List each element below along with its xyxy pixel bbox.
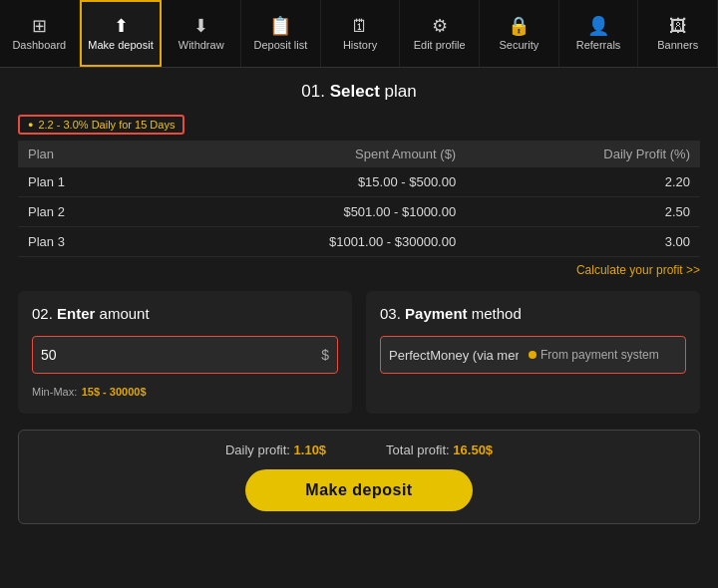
plan-badge-text: 2.2 - 3.0% Daily for 15 Days xyxy=(38,119,175,131)
plan-profit: 2.20 xyxy=(466,167,700,197)
profit-row: Daily profit: 1.10$ Total profit: 16.50$ xyxy=(225,442,493,457)
currency-sign: $ xyxy=(321,347,329,363)
make-deposit-button[interactable]: Make deposit xyxy=(245,469,472,511)
nav-label-security: Security xyxy=(499,39,538,51)
min-max-value: 15$ - 30000$ xyxy=(82,386,147,398)
col-plan: Plan xyxy=(18,141,143,167)
plans-table: Plan Spent Amount ($) Daily Profit (%) P… xyxy=(18,141,700,257)
table-row[interactable]: Plan 3 $1001.00 - $30000.00 3.00 xyxy=(18,227,700,257)
payment-word: Payment xyxy=(405,305,468,322)
daily-profit-value: 1.10$ xyxy=(294,442,327,457)
navigation: ⊞ Dashboard ⬆ Make deposit ⬇ Withdraw 📋 … xyxy=(0,0,718,68)
plan-amount: $501.00 - $1000.00 xyxy=(143,197,466,227)
dot-icon xyxy=(529,351,537,359)
nav-item-deposit-list[interactable]: 📋 Deposit list xyxy=(241,0,321,67)
title-num: 01. xyxy=(301,82,325,101)
make-deposit-icon: ⬆ xyxy=(114,17,129,35)
edit-profile-icon: ⚙ xyxy=(432,17,448,35)
nav-item-security[interactable]: 🔒 Security xyxy=(480,0,559,67)
nav-label-referrals: Referrals xyxy=(576,39,621,51)
nav-label-banners: Banners xyxy=(657,39,698,51)
select-plan-section: 01. Select plan 2.2 - 3.0% Daily for 15 … xyxy=(18,82,700,277)
profit-section: Daily profit: 1.10$ Total profit: 16.50$… xyxy=(18,430,700,524)
payment-source: From payment system xyxy=(529,348,659,362)
daily-profit-text: Daily profit: 1.10$ xyxy=(225,442,326,457)
table-row[interactable]: Plan 2 $501.00 - $1000.00 2.50 xyxy=(18,197,700,227)
bottom-row: 02. Enter amount $ Min-Max: 15$ - 30000$… xyxy=(18,291,700,414)
nav-label-make-deposit: Make deposit xyxy=(88,39,153,51)
plan-name: Plan 1 xyxy=(18,167,143,197)
enter-amount-section: 02. Enter amount $ Min-Max: 15$ - 30000$ xyxy=(18,291,352,414)
nav-item-withdraw[interactable]: ⬇ Withdraw xyxy=(162,0,241,67)
plan-profit: 2.50 xyxy=(466,197,700,227)
plan-profit: 3.00 xyxy=(466,227,700,257)
nav-item-edit-profile[interactable]: ⚙ Edit profile xyxy=(400,0,480,67)
enter-amount-title: 02. Enter amount xyxy=(32,305,338,322)
history-icon: 🗓 xyxy=(351,17,369,35)
total-profit-value: 16.50$ xyxy=(453,442,493,457)
col-spent: Spent Amount ($) xyxy=(143,141,466,167)
nav-label-withdraw: Withdraw xyxy=(179,39,224,51)
payment-title: 03. Payment method xyxy=(380,305,686,322)
nav-item-banners[interactable]: 🖼 Banners xyxy=(638,0,718,67)
banners-icon: 🖼 xyxy=(669,17,687,35)
from-label: From payment system xyxy=(540,348,659,362)
total-profit-text: Total profit: 16.50$ xyxy=(386,442,493,457)
payment-input[interactable] xyxy=(389,348,519,363)
main-content: 01. Select plan 2.2 - 3.0% Daily for 15 … xyxy=(0,68,718,538)
payment-input-row[interactable]: From payment system xyxy=(380,336,686,374)
enter-num: 02. xyxy=(32,305,53,322)
nav-label-history: History xyxy=(343,39,377,51)
nav-item-dashboard[interactable]: ⊞ Dashboard xyxy=(0,0,80,67)
payment-num: 03. xyxy=(380,305,401,322)
plan-badge[interactable]: 2.2 - 3.0% Daily for 15 Days xyxy=(18,115,184,135)
plan-name: Plan 3 xyxy=(18,227,143,257)
col-profit: Daily Profit (%) xyxy=(466,141,700,167)
min-max-info: Min-Max: 15$ - 30000$ xyxy=(32,382,338,400)
enter-word: Enter xyxy=(57,305,95,322)
nav-item-make-deposit[interactable]: ⬆ Make deposit xyxy=(80,0,163,67)
calculate-link[interactable]: Calculate your profit >> xyxy=(18,263,700,277)
plan-name: Plan 2 xyxy=(18,197,143,227)
withdraw-icon: ⬇ xyxy=(193,17,208,35)
security-icon: 🔒 xyxy=(508,17,530,35)
dashboard-icon: ⊞ xyxy=(32,17,47,35)
min-max-label: Min-Max: xyxy=(32,386,77,398)
payment-method-section: 03. Payment method From payment system xyxy=(366,291,700,414)
plan-amount: $15.00 - $500.00 xyxy=(143,167,466,197)
title-select: Select xyxy=(330,82,380,101)
nav-label-edit-profile: Edit profile xyxy=(414,39,466,51)
plan-amount: $1001.00 - $30000.00 xyxy=(143,227,466,257)
select-plan-title: 01. Select plan xyxy=(18,82,700,102)
nav-item-history[interactable]: 🗓 History xyxy=(321,0,401,67)
amount-input-row[interactable]: $ xyxy=(32,336,338,374)
enter-rest: amount xyxy=(100,305,150,322)
nav-item-referrals[interactable]: 👤 Referrals xyxy=(559,0,639,67)
table-row[interactable]: Plan 1 $15.00 - $500.00 2.20 xyxy=(18,167,700,197)
nav-label-deposit-list: Deposit list xyxy=(253,39,307,51)
payment-rest: method xyxy=(472,305,522,322)
title-rest: plan xyxy=(385,82,417,101)
deposit-list-icon: 📋 xyxy=(269,17,291,35)
referrals-icon: 👤 xyxy=(587,17,609,35)
amount-input[interactable] xyxy=(41,347,321,363)
nav-label-dashboard: Dashboard xyxy=(12,39,66,51)
